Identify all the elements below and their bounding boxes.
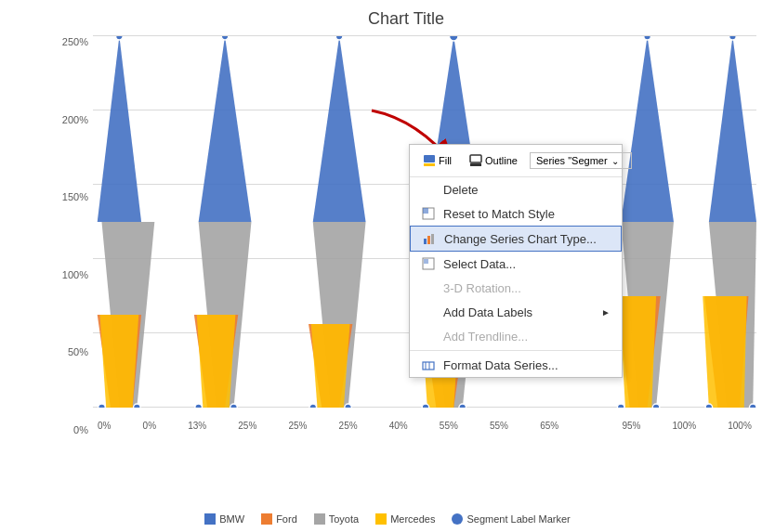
legend-color-ford bbox=[261, 513, 272, 525]
svg-point-36 bbox=[309, 404, 317, 408]
menu-item-select-data[interactable]: Select Data... bbox=[410, 252, 622, 276]
svg-point-33 bbox=[134, 404, 141, 408]
svg-point-40 bbox=[617, 404, 624, 408]
series-dropdown[interactable]: Series "Segmer ⌄ bbox=[530, 152, 632, 169]
menu-item-delete-label: Delete bbox=[443, 183, 479, 197]
svg-marker-6 bbox=[199, 36, 252, 222]
svg-point-24 bbox=[450, 36, 458, 41]
svg-point-31 bbox=[729, 36, 737, 40]
svg-marker-19 bbox=[619, 296, 656, 408]
svg-rect-48 bbox=[470, 163, 481, 166]
svg-point-42 bbox=[705, 404, 713, 408]
legend-mercedes: Mercedes bbox=[375, 513, 435, 525]
x-label: 25% bbox=[339, 421, 358, 431]
menu-item-data-labels-label: Add Data Labels bbox=[443, 305, 532, 319]
legend: BMW Ford Toyota Mercedes Segment Label M… bbox=[0, 513, 775, 525]
chart-area: 0% 50% 100% 150% 200% 250% bbox=[56, 36, 756, 435]
submenu-arrow-icon: ► bbox=[601, 307, 611, 318]
fill-button[interactable]: Fill bbox=[417, 150, 456, 171]
svg-marker-2 bbox=[98, 36, 141, 222]
x-label: 100% bbox=[673, 421, 697, 431]
context-menu: Fill Outline Series "Segmer ⌄ Delete Res… bbox=[409, 144, 623, 378]
legend-label-segment: Segment Label Marker bbox=[466, 513, 570, 525]
menu-separator bbox=[410, 350, 622, 351]
menu-toolbar: Fill Outline Series "Segmer ⌄ bbox=[410, 145, 622, 177]
svg-marker-11 bbox=[311, 324, 350, 408]
y-label-250: 250% bbox=[62, 36, 88, 47]
chart-type-icon bbox=[422, 231, 437, 246]
fill-icon bbox=[422, 153, 437, 168]
menu-item-select-data-label: Select Data... bbox=[443, 257, 516, 271]
legend-color-mercedes bbox=[375, 513, 387, 525]
legend-toyota: Toyota bbox=[314, 513, 359, 525]
outline-icon bbox=[468, 153, 483, 168]
legend-segment: Segment Label Marker bbox=[452, 513, 570, 525]
y-label-200: 200% bbox=[62, 114, 88, 125]
legend-color-bmw bbox=[204, 513, 216, 525]
menu-item-change-chart-type[interactable]: Change Series Chart Type... bbox=[410, 226, 622, 252]
delete-icon bbox=[421, 182, 436, 197]
svg-rect-53 bbox=[431, 234, 434, 244]
legend-ford: Ford bbox=[261, 513, 297, 525]
x-label: 0% bbox=[143, 421, 156, 431]
svg-rect-47 bbox=[470, 155, 481, 162]
x-label: 65% bbox=[540, 421, 558, 431]
reset-icon bbox=[421, 206, 436, 221]
x-label: 25% bbox=[288, 421, 307, 431]
fill-label: Fill bbox=[439, 155, 452, 166]
svg-rect-45 bbox=[424, 155, 435, 162]
svg-marker-7 bbox=[197, 315, 236, 408]
svg-point-30 bbox=[644, 36, 651, 40]
outline-button[interactable]: Outline bbox=[464, 150, 522, 171]
x-label: 13% bbox=[188, 421, 206, 431]
menu-item-3d-label: 3-D Rotation... bbox=[443, 281, 521, 295]
series-dropdown-text: Series "Segmer bbox=[536, 155, 608, 166]
menu-item-change-chart-label: Change Series Chart Type... bbox=[444, 232, 597, 246]
svg-rect-50 bbox=[423, 208, 428, 214]
y-label-100: 100% bbox=[62, 269, 88, 280]
svg-point-41 bbox=[652, 404, 660, 408]
svg-rect-51 bbox=[424, 239, 427, 244]
menu-item-reset-label: Reset to Match Style bbox=[443, 207, 555, 221]
legend-label-mercedes: Mercedes bbox=[390, 513, 435, 525]
svg-point-43 bbox=[749, 404, 756, 408]
svg-point-38 bbox=[422, 404, 429, 408]
legend-label-toyota: Toyota bbox=[329, 513, 359, 525]
menu-item-add-trendline: Add Trendline... bbox=[410, 324, 622, 348]
select-data-icon bbox=[421, 256, 436, 271]
svg-point-32 bbox=[99, 404, 106, 408]
chart-container: Chart Title 0% 50% 100% 150% 200% 250% bbox=[0, 0, 775, 532]
rotation-icon bbox=[421, 280, 436, 295]
menu-item-trendline-label: Add Trendline... bbox=[443, 330, 528, 344]
legend-color-toyota bbox=[314, 513, 325, 525]
menu-item-add-data-labels[interactable]: Add Data Labels ► bbox=[410, 300, 622, 324]
chart-title: Chart Title bbox=[56, 9, 756, 29]
trendline-icon bbox=[421, 329, 436, 344]
menu-item-format-label: Format Data Series... bbox=[443, 358, 558, 372]
svg-rect-52 bbox=[427, 236, 430, 244]
menu-item-3d-rotation: 3-D Rotation... bbox=[410, 276, 622, 300]
y-label-0: 0% bbox=[73, 424, 88, 435]
svg-marker-18 bbox=[621, 36, 674, 222]
menu-item-format-data-series[interactable]: Format Data Series... bbox=[410, 353, 622, 377]
svg-marker-3 bbox=[100, 315, 139, 408]
svg-marker-22 bbox=[709, 36, 756, 222]
svg-point-34 bbox=[195, 404, 203, 408]
x-label: 25% bbox=[238, 421, 256, 431]
data-labels-icon bbox=[421, 305, 436, 319]
svg-point-39 bbox=[459, 404, 466, 408]
y-label-50: 50% bbox=[68, 346, 88, 357]
menu-item-reset-style[interactable]: Reset to Match Style bbox=[410, 201, 622, 226]
x-label: 55% bbox=[440, 421, 458, 431]
x-label: 55% bbox=[490, 421, 508, 431]
legend-bmw: BMW bbox=[204, 513, 244, 525]
x-label: 40% bbox=[389, 421, 408, 431]
legend-label-bmw: BMW bbox=[219, 513, 244, 525]
y-axis: 0% 50% 100% 150% 200% 250% bbox=[56, 36, 93, 435]
svg-point-27 bbox=[116, 36, 124, 40]
x-label: 100% bbox=[728, 421, 752, 431]
svg-point-37 bbox=[345, 404, 352, 408]
svg-point-28 bbox=[221, 36, 229, 40]
menu-item-delete[interactable]: Delete bbox=[410, 177, 622, 201]
x-label: 0% bbox=[98, 421, 111, 431]
